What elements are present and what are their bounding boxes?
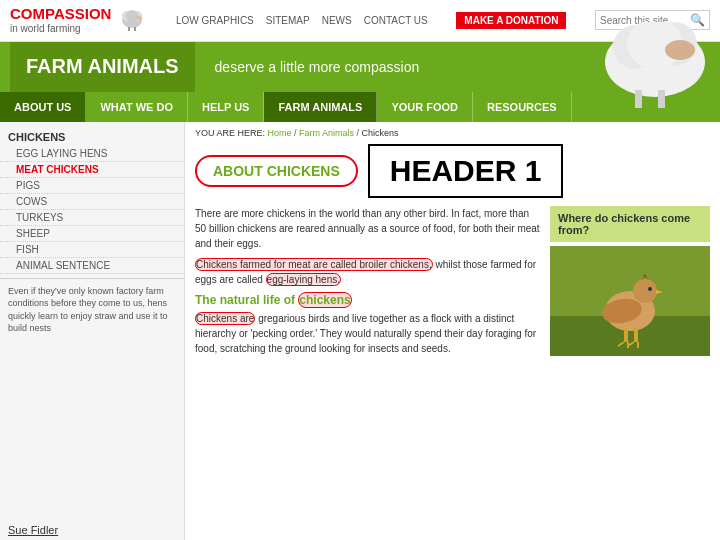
- where-box: Where do chickens come from?: [550, 206, 710, 242]
- sheep-hero-icon: [590, 22, 720, 112]
- content-area: CHICKENS EGG LAYING HENS MEAT CHICKENS P…: [0, 122, 720, 541]
- hero-banner: FARM ANIMALS deserve a little more compa…: [0, 42, 720, 92]
- sidebar-animal-sentence[interactable]: ANIMAL SENTENCE: [0, 258, 184, 274]
- svg-rect-23: [634, 328, 638, 342]
- nav-what-we-do[interactable]: WHAT WE DO: [86, 92, 188, 122]
- footer-name[interactable]: Sue Fidler: [8, 524, 58, 536]
- low-graphics-link[interactable]: LOW GRAPHICS: [176, 15, 254, 26]
- header1-label: HEADER 1: [368, 144, 564, 198]
- logo-area: COMPASSION in world farming: [10, 6, 147, 35]
- sidebar-fish[interactable]: FISH: [0, 242, 184, 258]
- nav-your-food[interactable]: YOUR FOOD: [377, 92, 473, 122]
- about-chickens-header: ABOUT CHICKENS HEADER 1: [195, 144, 710, 198]
- chicken-image: [550, 246, 710, 356]
- para2-highlight2: egg-laying hens.: [266, 273, 341, 286]
- nav-farm-animals[interactable]: FARM ANIMALS: [264, 92, 377, 122]
- breadcrumb-farm-animals[interactable]: Farm Animals: [299, 128, 354, 138]
- para3: Chickens are gregarious birds and live t…: [195, 311, 540, 356]
- breadcrumb: YOU ARE HERE: Home / Farm Animals / Chic…: [195, 128, 710, 138]
- text-column: There are more chickens in the world tha…: [195, 206, 540, 362]
- svg-point-11: [665, 40, 695, 60]
- news-link[interactable]: NEWS: [322, 15, 352, 26]
- logo-compassion[interactable]: COMPASSION: [10, 6, 111, 23]
- right-column: Where do chickens come from?: [550, 206, 710, 362]
- sidebar-pigs[interactable]: PIGS: [0, 178, 184, 194]
- breadcrumb-home[interactable]: Home: [268, 128, 292, 138]
- chickens-highlight2: Chickens are: [195, 312, 255, 325]
- svg-point-6: [136, 16, 142, 20]
- sitemap-link[interactable]: SITEMAP: [266, 15, 310, 26]
- hero-title: FARM ANIMALS: [10, 42, 195, 92]
- you-are-here-label: YOU ARE HERE:: [195, 128, 265, 138]
- svg-rect-13: [658, 90, 665, 108]
- sidebar-turkeys[interactable]: TURKEYS: [0, 210, 184, 226]
- sidebar-chickens-title[interactable]: CHICKENS: [0, 128, 184, 146]
- about-chickens-label: ABOUT CHICKENS: [195, 155, 358, 187]
- section-heading: The natural life of chickens: [195, 293, 540, 307]
- svg-rect-5: [134, 27, 136, 31]
- sidebar-cows[interactable]: COWS: [0, 194, 184, 210]
- nav-resources[interactable]: RESOURCES: [473, 92, 572, 122]
- svg-point-19: [648, 287, 652, 291]
- contact-link[interactable]: CONTACT US: [364, 15, 428, 26]
- svg-point-17: [633, 279, 657, 303]
- hero-sheep-image: [590, 22, 720, 112]
- sidebar-sheep[interactable]: SHEEP: [0, 226, 184, 242]
- hero-tagline: deserve a little more compassion: [215, 59, 420, 75]
- nav-about-us[interactable]: ABOUT US: [0, 92, 86, 122]
- svg-rect-12: [635, 90, 642, 108]
- top-links: LOW GRAPHICS SITEMAP NEWS CONTACT US: [176, 15, 428, 26]
- sidebar: CHICKENS EGG LAYING HENS MEAT CHICKENS P…: [0, 122, 185, 541]
- breadcrumb-current: Chickens: [362, 128, 399, 138]
- chicken-photo-icon: [550, 246, 710, 356]
- nav-help-us[interactable]: HELP US: [188, 92, 264, 122]
- logo-sub: in world farming: [10, 23, 111, 35]
- donate-button[interactable]: MAKE A DONATION: [456, 12, 566, 29]
- para1: There are more chickens in the world tha…: [195, 206, 540, 251]
- sidebar-note: Even if they've only known factory farm …: [0, 278, 184, 341]
- sidebar-egg-laying[interactable]: EGG LAYING HENS: [0, 146, 184, 162]
- section-heading-text: The natural life of: [195, 293, 298, 307]
- content-cols: There are more chickens in the world tha…: [195, 206, 710, 362]
- svg-rect-4: [128, 27, 130, 31]
- svg-point-3: [126, 10, 138, 22]
- logo-sheep-icon: [117, 8, 147, 32]
- main-content: YOU ARE HERE: Home / Farm Animals / Chic…: [185, 122, 720, 541]
- para2: Chickens farmed for meat are called broi…: [195, 257, 540, 287]
- chickens-highlight: chickens: [298, 292, 351, 308]
- para2-highlight: Chickens farmed for meat are called broi…: [195, 258, 433, 271]
- svg-rect-22: [624, 328, 628, 342]
- sidebar-meat-chickens[interactable]: MEAT CHICKENS: [0, 162, 184, 178]
